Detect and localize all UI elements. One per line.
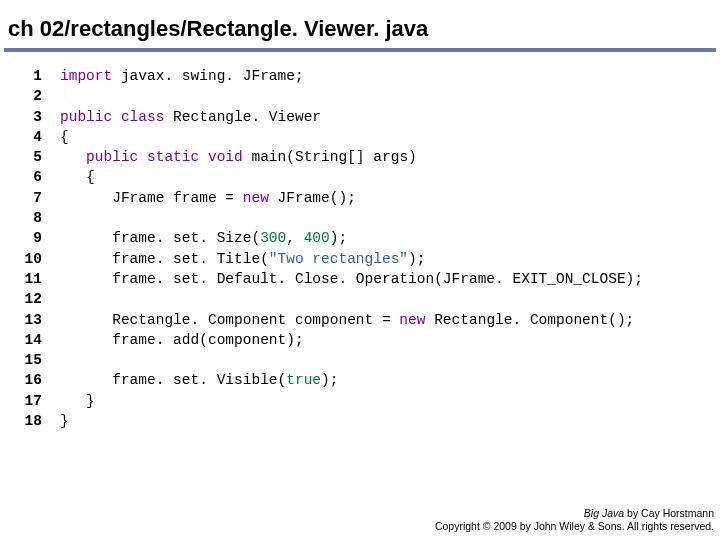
- code-line: 12: [14, 289, 720, 309]
- code-line: 16 frame. set. Visible(true);: [14, 370, 720, 390]
- code-line: 1import javax. swing. JFrame;: [14, 66, 720, 86]
- code-content: frame. set. Visible(true);: [60, 370, 338, 390]
- code-line: 10 frame. set. Title("Two rectangles");: [14, 249, 720, 269]
- footer-author: by Cay Horstmann: [624, 507, 714, 519]
- line-number: 10: [14, 249, 42, 269]
- line-number: 8: [14, 208, 42, 228]
- footer-line1: Big Java by Cay Horstmann: [435, 507, 714, 521]
- line-number: 3: [14, 107, 42, 127]
- line-number: 4: [14, 127, 42, 147]
- code-line: 11 frame. set. Default. Close. Operation…: [14, 269, 720, 289]
- code-line: 6 {: [14, 167, 720, 187]
- code-content: }: [60, 411, 69, 431]
- code-content: JFrame frame = new JFrame();: [60, 188, 356, 208]
- code-content: [60, 350, 69, 370]
- code-line: 5 public static void main(String[] args): [14, 147, 720, 167]
- code-content: }: [60, 391, 95, 411]
- line-number: 15: [14, 350, 42, 370]
- code-content: frame. set. Size(300, 400);: [60, 228, 347, 248]
- code-content: {: [60, 167, 95, 187]
- line-number: 18: [14, 411, 42, 431]
- line-number: 13: [14, 310, 42, 330]
- line-number: 11: [14, 269, 42, 289]
- book-title: Big Java: [584, 507, 624, 519]
- code-content: frame. set. Default. Close. Operation(JF…: [60, 269, 643, 289]
- slide-header: ch 02/rectangles/Rectangle. Viewer. java: [0, 0, 720, 48]
- code-content: [60, 86, 69, 106]
- line-number: 17: [14, 391, 42, 411]
- line-number: 12: [14, 289, 42, 309]
- code-content: public class Rectangle. Viewer: [60, 107, 321, 127]
- code-content: import javax. swing. JFrame;: [60, 66, 304, 86]
- page-title: ch 02/rectangles/Rectangle. Viewer. java: [8, 16, 712, 42]
- line-number: 7: [14, 188, 42, 208]
- line-number: 9: [14, 228, 42, 248]
- footer: Big Java by Cay Horstmann Copyright © 20…: [435, 507, 714, 534]
- divider-thin: [4, 51, 716, 52]
- line-number: 16: [14, 370, 42, 390]
- code-content: frame. set. Title("Two rectangles");: [60, 249, 425, 269]
- code-line: 17 }: [14, 391, 720, 411]
- code-line: 2: [14, 86, 720, 106]
- code-line: 18}: [14, 411, 720, 431]
- code-line: 9 frame. set. Size(300, 400);: [14, 228, 720, 248]
- code-block: 1import javax. swing. JFrame;2 3public c…: [0, 62, 720, 431]
- footer-line2: Copyright © 2009 by John Wiley & Sons. A…: [435, 520, 714, 534]
- line-number: 5: [14, 147, 42, 167]
- code-content: public static void main(String[] args): [60, 147, 417, 167]
- code-line: 3public class Rectangle. Viewer: [14, 107, 720, 127]
- line-number: 2: [14, 86, 42, 106]
- code-line: 14 frame. add(component);: [14, 330, 720, 350]
- code-content: {: [60, 127, 69, 147]
- code-content: [60, 208, 69, 228]
- code-content: [60, 289, 69, 309]
- line-number: 1: [14, 66, 42, 86]
- code-content: frame. add(component);: [60, 330, 304, 350]
- code-line: 7 JFrame frame = new JFrame();: [14, 188, 720, 208]
- code-line: 4{: [14, 127, 720, 147]
- code-content: Rectangle. Component component = new Rec…: [60, 310, 634, 330]
- code-line: 13 Rectangle. Component component = new …: [14, 310, 720, 330]
- line-number: 14: [14, 330, 42, 350]
- line-number: 6: [14, 167, 42, 187]
- code-line: 8: [14, 208, 720, 228]
- code-line: 15: [14, 350, 720, 370]
